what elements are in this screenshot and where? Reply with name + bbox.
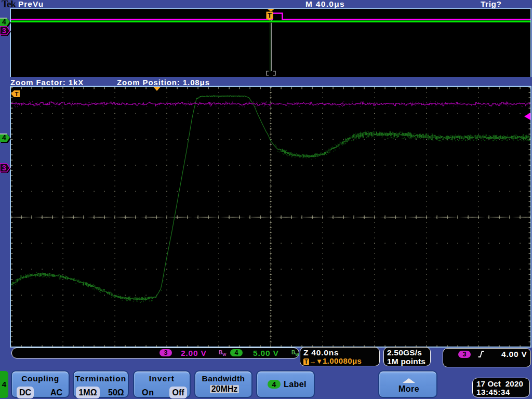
svg-text:3: 3 bbox=[2, 26, 6, 35]
svg-text:T: T bbox=[15, 91, 18, 97]
svg-text:4: 4 bbox=[2, 18, 6, 26]
svg-text:T: T bbox=[268, 11, 272, 19]
svg-text:3: 3 bbox=[2, 164, 6, 172]
svg-text:4: 4 bbox=[2, 134, 6, 142]
